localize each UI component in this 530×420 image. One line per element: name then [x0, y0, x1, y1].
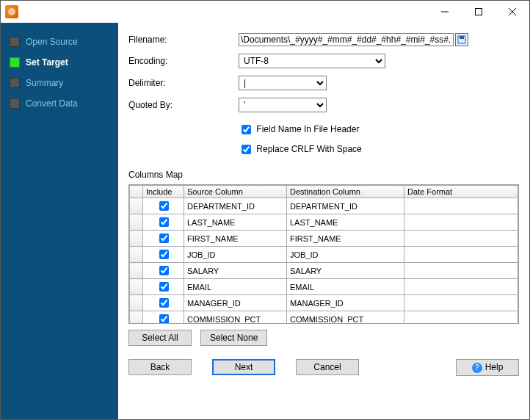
- destination-column-cell[interactable]: LAST_NAME: [287, 214, 404, 231]
- include-checkbox[interactable]: [159, 282, 169, 292]
- encoding-select[interactable]: UTF-8: [239, 54, 385, 68]
- date-format-cell[interactable]: [404, 295, 518, 311]
- quoted-by-label: Quoted By:: [128, 100, 239, 110]
- svg-rect-5: [460, 36, 464, 39]
- sidebar-item-open-source[interactable]: Open Source: [10, 32, 118, 52]
- source-column-cell[interactable]: FIRST_NAME: [184, 231, 287, 247]
- date-format-cell[interactable]: [404, 311, 518, 325]
- source-column-cell[interactable]: EMAIL: [184, 279, 287, 295]
- source-column-cell[interactable]: SALARY: [184, 263, 287, 279]
- sidebar-item-summary[interactable]: Summary: [10, 73, 118, 93]
- include-cell[interactable]: [143, 295, 184, 311]
- source-column-cell[interactable]: JOB_ID: [184, 247, 287, 263]
- browse-button[interactable]: [455, 33, 468, 46]
- include-checkbox[interactable]: [159, 233, 169, 243]
- window-controls: [428, 1, 529, 23]
- row-header-blank: [130, 186, 143, 198]
- quoted-by-select[interactable]: ': [239, 98, 327, 112]
- row-header[interactable]: [130, 263, 143, 279]
- row-header[interactable]: [130, 295, 143, 311]
- include-checkbox[interactable]: [159, 201, 169, 211]
- col-date-format[interactable]: Date Format: [404, 186, 518, 198]
- row-header[interactable]: [130, 247, 143, 263]
- destination-column-cell[interactable]: EMAIL: [287, 279, 404, 295]
- date-format-cell[interactable]: [404, 214, 518, 231]
- row-header[interactable]: [130, 231, 143, 247]
- source-column-cell[interactable]: COMMISSION_PCT: [184, 311, 287, 325]
- source-column-cell[interactable]: DEPARTMENT_ID: [184, 198, 287, 214]
- step-marker-icon: [10, 78, 20, 88]
- col-include[interactable]: Include: [143, 186, 184, 198]
- columns-map-grid[interactable]: Include Source Column Destination Column…: [128, 184, 519, 324]
- row-header[interactable]: [130, 214, 143, 231]
- step-marker-icon: [10, 57, 20, 68]
- select-none-button[interactable]: Select None: [200, 330, 267, 346]
- include-cell[interactable]: [143, 311, 184, 325]
- destination-column-cell[interactable]: FIRST_NAME: [287, 231, 404, 247]
- sidebar-item-label: Open Source: [26, 37, 78, 47]
- source-column-cell[interactable]: LAST_NAME: [184, 214, 287, 231]
- replace-crlf-checkbox[interactable]: [242, 145, 251, 154]
- filename-input[interactable]: [239, 33, 454, 46]
- date-format-cell[interactable]: [404, 279, 518, 295]
- include-checkbox[interactable]: [159, 266, 169, 275]
- table-row[interactable]: COMMISSION_PCTCOMMISSION_PCT: [130, 311, 518, 325]
- include-cell[interactable]: [143, 198, 184, 214]
- close-button[interactable]: [495, 1, 529, 23]
- table-row[interactable]: EMAILEMAIL: [130, 279, 518, 295]
- date-format-cell[interactable]: [404, 231, 518, 247]
- save-disk-icon: [457, 35, 466, 44]
- row-header[interactable]: [130, 311, 143, 325]
- include-checkbox[interactable]: [159, 217, 169, 227]
- destination-column-cell[interactable]: COMMISSION_PCT: [287, 311, 404, 325]
- back-button[interactable]: Back: [128, 359, 192, 375]
- svg-rect-1: [476, 9, 482, 15]
- include-cell[interactable]: [143, 214, 184, 231]
- maximize-icon: [475, 8, 482, 15]
- maximize-button[interactable]: [462, 1, 495, 23]
- include-cell[interactable]: [143, 231, 184, 247]
- destination-column-cell[interactable]: SALARY: [287, 263, 404, 279]
- table-row[interactable]: SALARYSALARY: [130, 263, 518, 279]
- col-source[interactable]: Source Column: [184, 186, 287, 198]
- minimize-button[interactable]: [428, 1, 462, 23]
- main-panel: Filename: Encoding: UTF-8 Delimiter: |: [118, 23, 529, 419]
- include-checkbox[interactable]: [159, 298, 169, 308]
- sidebar-item-convert-data[interactable]: Convert Data: [10, 93, 118, 114]
- delimiter-select[interactable]: |: [239, 76, 327, 90]
- titlebar: [1, 1, 529, 23]
- destination-column-cell[interactable]: MANAGER_ID: [287, 295, 404, 311]
- row-header[interactable]: [130, 279, 143, 295]
- step-marker-icon: [10, 98, 20, 109]
- help-label: Help: [485, 362, 504, 372]
- cancel-button[interactable]: Cancel: [296, 359, 359, 375]
- minimize-icon: [441, 8, 449, 15]
- sidebar-item-set-target[interactable]: Set Target: [10, 52, 118, 73]
- table-row[interactable]: LAST_NAMELAST_NAME: [130, 214, 518, 231]
- close-icon: [509, 8, 516, 15]
- help-button[interactable]: ?Help: [456, 359, 519, 376]
- include-cell[interactable]: [143, 263, 184, 279]
- destination-column-cell[interactable]: JOB_ID: [287, 247, 404, 263]
- include-cell[interactable]: [143, 247, 184, 263]
- table-row[interactable]: MANAGER_IDMANAGER_ID: [130, 295, 518, 311]
- table-row[interactable]: JOB_IDJOB_ID: [130, 247, 518, 263]
- field-name-header-checkbox[interactable]: [242, 125, 251, 134]
- encoding-label: Encoding:: [128, 56, 239, 66]
- table-row[interactable]: FIRST_NAMEFIRST_NAME: [130, 231, 518, 247]
- next-button[interactable]: Next: [212, 359, 275, 375]
- columns-map-title: Columns Map: [128, 170, 519, 180]
- table-row[interactable]: DEPARTMENT_IDDEPARTMENT_ID: [130, 198, 518, 214]
- col-destination[interactable]: Destination Column: [287, 186, 404, 198]
- date-format-cell[interactable]: [404, 198, 518, 214]
- date-format-cell[interactable]: [404, 263, 518, 279]
- source-column-cell[interactable]: MANAGER_ID: [184, 295, 287, 311]
- sidebar-item-label: Summary: [26, 78, 63, 88]
- destination-column-cell[interactable]: DEPARTMENT_ID: [287, 198, 404, 214]
- include-checkbox[interactable]: [159, 314, 169, 324]
- select-all-button[interactable]: Select All: [128, 330, 192, 346]
- date-format-cell[interactable]: [404, 247, 518, 263]
- row-header[interactable]: [130, 198, 143, 214]
- include-checkbox[interactable]: [159, 250, 169, 259]
- include-cell[interactable]: [143, 279, 184, 295]
